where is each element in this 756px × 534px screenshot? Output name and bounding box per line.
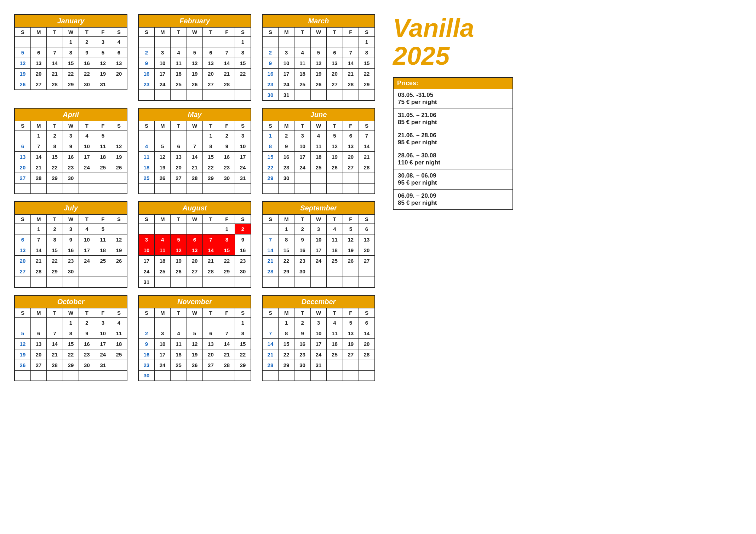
calendar-october: October SMTWTFS 1234 567891011 121314151…: [14, 295, 127, 382]
price-row-2: 31.05. – 21.06 85 € per night: [394, 109, 512, 129]
table-cell: 12: [15, 58, 30, 69]
table-cell: 12: [95, 58, 111, 69]
table-cell: 15: [63, 58, 79, 69]
table-cell: 20: [30, 69, 46, 79]
table-cell: 28: [47, 79, 63, 90]
brand-title: Vanilla2025: [393, 14, 474, 70]
table-cell: 13: [30, 58, 46, 69]
calendar-december: December SMTWTFS 123456 78910111314 1415…: [262, 295, 375, 382]
table-cell: [15, 37, 30, 47]
table-cell: [30, 37, 46, 47]
table-cell: 16: [79, 58, 95, 69]
calendar-april: April SMTWTFS 12345 6789101112 131415161…: [14, 108, 127, 195]
calendar-june: June SMTWTFS 1234567 891011121314 151617…: [262, 108, 375, 195]
price-amount: 85 € per night: [398, 199, 508, 207]
table-cell: 7: [47, 47, 63, 58]
table-cell: 27: [30, 79, 46, 90]
prices-box: Prices: 03.05. -31.05 75 € per night 31.…: [393, 77, 513, 210]
price-row-5: 30.08. – 06.09 95 € per night: [394, 169, 512, 190]
price-row-1: 03.05. -31.05 75 € per night: [394, 89, 512, 109]
table-cell: 31: [95, 79, 111, 90]
side-panel: Vanilla2025 Prices: 03.05. -31.05 75 € p…: [386, 14, 742, 381]
prices-header: Prices:: [394, 78, 512, 89]
table-cell: 22: [63, 69, 79, 79]
table-cell: 14: [47, 58, 63, 69]
table-cell: 30: [79, 79, 95, 90]
table-cell: 20: [111, 69, 127, 79]
day-header: M: [30, 28, 46, 37]
price-date: 28.06. – 30.08: [398, 152, 508, 159]
day-header: S: [111, 28, 127, 37]
table-cell: 4: [111, 37, 127, 47]
price-date: 31.05. – 21.06: [398, 112, 508, 119]
price-date: 03.05. -31.05: [398, 92, 508, 99]
price-date: 21.06. – 28.06: [398, 132, 508, 139]
day-header: T: [47, 28, 63, 37]
table-cell: [111, 79, 127, 90]
table-cell: 19: [15, 69, 30, 79]
table-cell: 19: [95, 69, 111, 79]
table-cell: 8: [63, 47, 79, 58]
table-cell: 9: [79, 47, 95, 58]
day-header: T: [79, 28, 95, 37]
table-cell: 22: [79, 69, 95, 79]
table-cell: 3: [95, 37, 111, 47]
price-amount: 85 € per night: [398, 119, 508, 126]
price-row-3: 21.06. – 28.06 95 € per night: [394, 129, 512, 149]
month-title-mar: March: [262, 14, 375, 28]
price-amount: 95 € per night: [398, 139, 508, 146]
table-cell: 29: [63, 79, 79, 90]
main-layout: January S M T W T F S 1 2 3 4 5 6: [7, 7, 749, 388]
calendar-august: August SMTWTFS 12 3456789 10111213141516…: [138, 201, 251, 288]
price-amount: 110 € per night: [398, 159, 508, 166]
price-row-4: 28.06. – 30.08 110 € per night: [394, 149, 512, 169]
calendar-september: September SMTWTFS 123456 78910111213 141…: [262, 201, 375, 288]
day-header: F: [95, 28, 111, 37]
table-cell: 21: [47, 69, 63, 79]
price-row-6: 06.09. – 20.09 85 € per night: [394, 190, 512, 209]
table-cell: 1: [63, 37, 79, 47]
calendar-november: November SMTWTFS 1 2345678 9101112131415…: [138, 295, 251, 382]
calendar-july: July SMTWTFS 12345 6789101112 1314151617…: [14, 201, 127, 288]
price-date: 30.08. – 06.09: [398, 172, 508, 179]
calendar-may: May SMTWTFS 123 45678910 11121314151617 …: [138, 108, 251, 195]
month-title-jan: January: [15, 14, 127, 28]
price-date: 06.09. – 20.09: [398, 192, 508, 199]
calendar-january: January S M T W T F S 1 2 3 4 5 6: [14, 14, 127, 101]
table-cell: [47, 37, 63, 47]
table-cell: 2: [79, 37, 95, 47]
table-cell: 26: [15, 79, 30, 90]
table-cell: 5: [95, 47, 111, 58]
table-cell: 6: [30, 47, 46, 58]
day-header: W: [63, 28, 79, 37]
table-cell: 13: [111, 58, 127, 69]
price-amount: 75 € per night: [398, 99, 508, 106]
table-cell: 5: [15, 47, 30, 58]
month-title-feb: February: [138, 14, 251, 28]
calendar-march: March S M T W T F S 1 2 3: [262, 14, 375, 101]
table-cell: 6: [111, 47, 127, 58]
calendar-february: February S M T W T F S 1 2 3: [138, 14, 251, 101]
day-header: S: [15, 28, 30, 37]
price-amount: 95 € per night: [398, 179, 508, 186]
